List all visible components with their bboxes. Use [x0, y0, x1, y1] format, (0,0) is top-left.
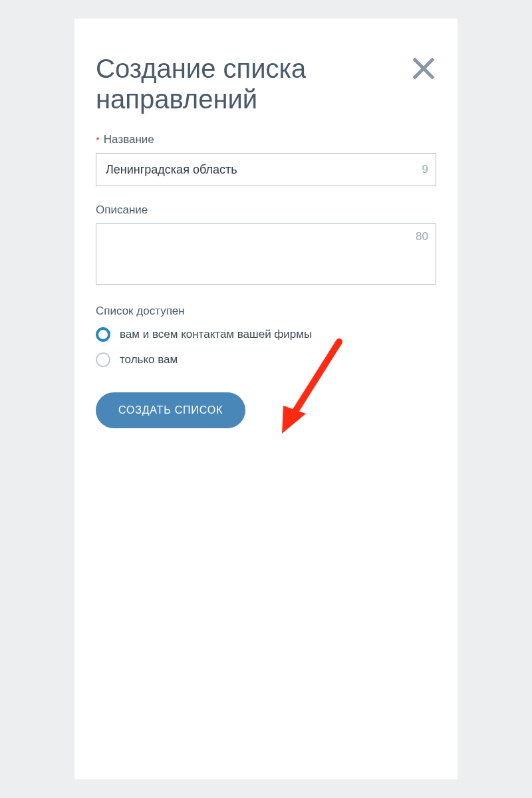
description-field: Описание 80 — [96, 203, 436, 287]
radio-selected-icon — [96, 327, 110, 342]
create-directions-list-modal: Создание списка направлений * Название 9… — [74, 19, 458, 779]
required-indicator: * — [96, 135, 100, 145]
svg-marker-3 — [282, 406, 306, 434]
visibility-label: Список доступен — [96, 305, 436, 318]
close-icon — [411, 56, 436, 81]
description-label-text: Описание — [96, 203, 148, 217]
visibility-option-all[interactable]: вам и всем контактам вашей фирмы — [96, 327, 436, 342]
visibility-option-self-label: только вам — [120, 353, 178, 366]
name-input-wrap: 9 — [96, 153, 436, 186]
modal-title: Создание списка направлений — [96, 53, 375, 114]
description-input-wrap: 80 — [96, 223, 436, 287]
radio-unselected-icon — [96, 352, 110, 367]
close-button[interactable] — [411, 56, 436, 81]
create-list-button[interactable]: СОЗДАТЬ СПИСОК — [96, 392, 245, 428]
name-label: * Название — [96, 133, 436, 146]
visibility-option-self[interactable]: только вам — [96, 352, 436, 367]
description-input[interactable] — [96, 223, 436, 285]
visibility-group: Список доступен вам и всем контактам ваш… — [96, 305, 436, 367]
description-label: Описание — [96, 203, 436, 217]
name-input[interactable] — [96, 153, 436, 186]
name-field: * Название 9 — [96, 133, 436, 186]
modal-header: Создание списка направлений — [96, 53, 436, 114]
name-label-text: Название — [104, 133, 154, 146]
visibility-option-all-label: вам и всем контактам вашей фирмы — [120, 328, 312, 341]
